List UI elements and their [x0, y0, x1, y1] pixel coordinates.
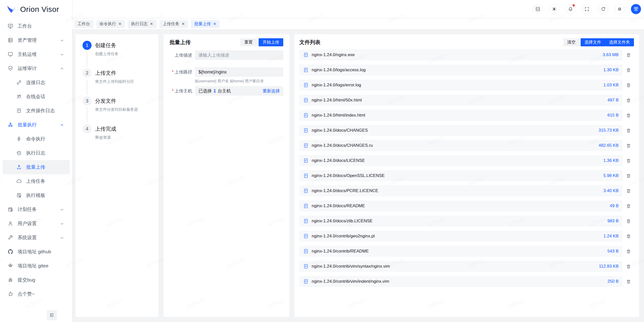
sidebar-item-13[interactable]: 计划任务 — [3, 202, 70, 217]
file-name: nginx-1.24.0/docs/CHANGES.ru — [312, 143, 373, 148]
sidebar-item-5[interactable]: 在线会话 — [3, 90, 70, 104]
file-size: 3.40 KB — [603, 188, 619, 193]
upload-path-input[interactable] — [195, 67, 283, 77]
github-icon — [8, 249, 14, 255]
schedule-icon — [8, 206, 14, 212]
delete-file-button[interactable] — [626, 113, 631, 118]
start-upload-button[interactable]: 开始上传 — [259, 38, 283, 46]
sidebar-item-label: 资产管理 — [18, 37, 37, 44]
sidebar-item-2[interactable]: 主机运维 — [3, 47, 70, 61]
step-title: 上传文件 — [95, 69, 134, 77]
delete-file-button[interactable] — [626, 83, 631, 88]
file-size: 615 B — [608, 113, 619, 118]
file-row: nginx-1.24.0/docs/CHANGES.ru482.65 KB — [299, 140, 623, 151]
file-name: nginx-1.24.0/contrib/geo2nginx.pl — [312, 234, 375, 239]
tab-3[interactable]: 上传任务✕ — [159, 20, 188, 28]
tab-close-icon[interactable]: ✕ — [213, 22, 216, 26]
delete-file-button[interactable] — [626, 173, 631, 178]
upload-desc-input[interactable] — [195, 50, 283, 60]
file-item-15: nginx-1.24.0/contrib/vim/indent/nginx.vi… — [299, 276, 634, 287]
app-title: Orion Visor — [20, 5, 59, 14]
delete-file-button[interactable] — [626, 234, 631, 239]
reselect-host-link[interactable]: 重新选择 — [263, 88, 280, 94]
sidebar-item-3[interactable]: 运维审计 — [3, 61, 70, 76]
delete-file-button[interactable] — [626, 249, 631, 254]
file-name: nginx-1.24.0/docs/OpenSSL.LICENSE — [312, 173, 385, 178]
sidebar-item-4[interactable]: 连接日志 — [3, 76, 70, 90]
upload-icon — [16, 164, 22, 170]
host-selected-text: 已选择1台主机 — [198, 88, 231, 94]
sidebar-item-0[interactable]: 工作台 — [3, 19, 70, 33]
delete-file-button[interactable] — [626, 279, 631, 284]
file-item-12: nginx-1.24.0/contrib/geo2nginx.pl1.24 KB — [299, 231, 634, 242]
code-window-button[interactable] — [533, 4, 543, 14]
tab-close-icon[interactable]: ✕ — [118, 22, 122, 26]
tab-close-icon[interactable]: ✕ — [182, 22, 185, 26]
file-row: nginx-1.24.0/contrib/README543 B — [299, 246, 623, 257]
file-doc-icon — [303, 52, 308, 57]
delete-file-button[interactable] — [626, 219, 631, 224]
sidebar-item-19[interactable]: 点个赞~ — [3, 287, 70, 301]
tab-0[interactable]: 工作台 — [74, 20, 93, 28]
settings-button[interactable] — [615, 4, 625, 14]
sidebar-item-8[interactable]: 命令执行 — [3, 132, 70, 146]
fullscreen-button[interactable] — [582, 4, 592, 14]
step-desc: 将文件上传到临时分区 — [95, 79, 134, 84]
sidebar-item-11[interactable]: 上传任务 — [3, 174, 70, 188]
step-desc: 释放资源 — [95, 135, 116, 140]
user-avatar[interactable]: 管 — [631, 4, 641, 14]
file-name: nginx-1.24.0/contrib/vim/indent/nginx.vi… — [312, 279, 389, 284]
file-doc-icon — [303, 279, 308, 284]
delete-file-button[interactable] — [626, 53, 631, 57]
tab-4[interactable]: 批量上传✕ — [191, 20, 220, 28]
sidebar-item-14[interactable]: 用户设置 — [3, 217, 70, 231]
sidebar-item-16[interactable]: 项目地址 github — [3, 245, 70, 259]
sidebar-item-12[interactable]: 执行模板 — [3, 188, 70, 202]
tab-1[interactable]: 命令执行✕ — [96, 20, 125, 28]
clear-files-button[interactable]: 清空 — [563, 38, 580, 46]
delete-file-button[interactable] — [626, 143, 631, 148]
sidebar-collapse-button[interactable] — [47, 310, 57, 320]
theme-toggle-button[interactable] — [549, 4, 559, 14]
refresh-button[interactable] — [598, 4, 608, 14]
bug-icon — [8, 277, 14, 283]
file-row: nginx-1.24.0/docs/PCRE.LICENCE3.40 KB — [299, 185, 623, 196]
audit-shield-icon — [8, 65, 14, 71]
path-hint-text: ${username} 用户名 ${home} 用户家目录 — [195, 79, 283, 84]
file-name: nginx-1.24.0/html/index.html — [312, 113, 365, 118]
notifications-button[interactable] — [566, 4, 576, 14]
sidebar-item-18[interactable]: 提交bug — [3, 273, 70, 287]
file-list: nginx-1.24.0/nginx.exe3.63 MBnginx-1.24.… — [299, 49, 634, 287]
template-icon — [16, 192, 22, 198]
select-file-button[interactable]: 选择文件 — [581, 38, 605, 46]
file-doc-icon — [303, 143, 308, 148]
sidebar-item-7[interactable]: 批量执行 — [3, 118, 70, 132]
notification-badge — [573, 4, 575, 7]
delete-file-button[interactable] — [626, 128, 631, 133]
step-desc: 将文件分发到目标服务器 — [95, 107, 138, 112]
sidebar-item-17[interactable]: 项目地址 gitee — [3, 259, 70, 273]
sidebar-item-label: 在线会话 — [26, 93, 45, 100]
sidebar-item-label: 连接日志 — [26, 79, 45, 86]
sidebar-item-1[interactable]: 资产管理 — [3, 33, 70, 47]
sidebar-item-9[interactable]: 执行日志 — [3, 146, 70, 160]
sidebar-item-10[interactable]: 批量上传 — [3, 160, 70, 174]
file-list-panel: 文件列表 清空 选择文件 选择文件夹 nginx-1.24.0/nginx.ex… — [294, 34, 639, 317]
sidebar-item-15[interactable]: 系统设置 — [3, 231, 70, 245]
code-window-icon — [535, 7, 540, 12]
select-folder-button[interactable]: 选择文件夹 — [605, 38, 634, 46]
delete-file-button[interactable] — [626, 204, 631, 208]
delete-file-button[interactable] — [626, 98, 631, 103]
file-size: 315.73 KB — [599, 128, 619, 133]
sidebar-item-6[interactable]: 文件操作日志 — [3, 104, 70, 118]
step-connector — [87, 52, 87, 66]
delete-file-button[interactable] — [626, 68, 631, 73]
tab-close-icon[interactable]: ✕ — [150, 22, 153, 26]
step-number: 1 — [83, 41, 92, 50]
delete-file-button[interactable] — [626, 264, 631, 269]
file-item-1: nginx-1.24.0/logs/access.log1.30 KB — [299, 64, 634, 76]
delete-file-button[interactable] — [626, 189, 631, 193]
reset-button[interactable]: 重置 — [240, 38, 257, 46]
delete-file-button[interactable] — [626, 158, 631, 163]
tab-2[interactable]: 执行日志✕ — [128, 20, 156, 28]
